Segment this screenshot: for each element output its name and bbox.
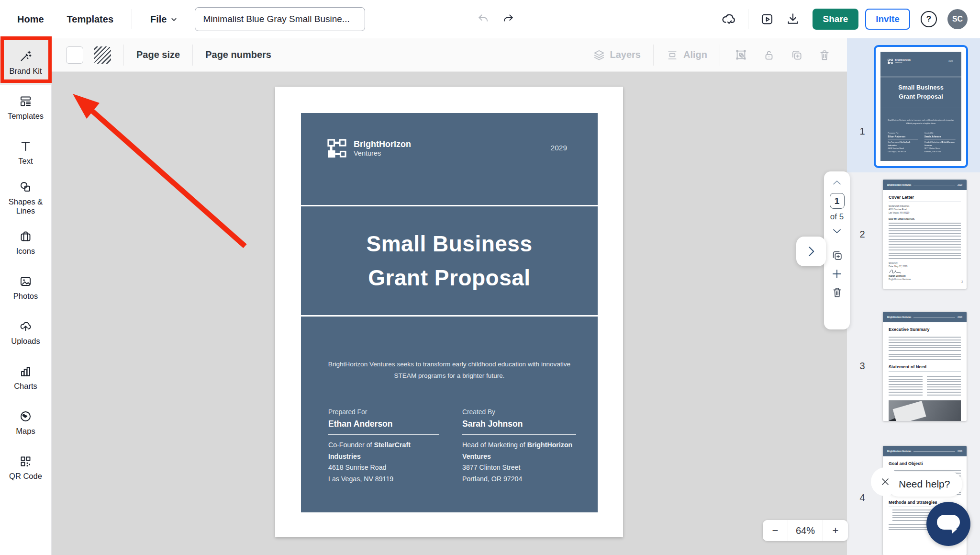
duplicate-button[interactable]: [789, 47, 805, 63]
sidebar-item-text[interactable]: Text: [0, 130, 51, 175]
question-mark-icon: ?: [926, 14, 931, 24]
page-count-label: of 5: [830, 212, 844, 222]
zoom-level[interactable]: 64%: [788, 520, 823, 541]
lock-button[interactable]: [761, 47, 777, 63]
page-down-button[interactable]: [831, 225, 843, 237]
sidebar-item-photos[interactable]: Photos: [0, 265, 51, 310]
cover-description: BrightHorizon Ventures seeks to transfor…: [319, 359, 580, 382]
cloud-check-icon: [721, 11, 736, 27]
duplicate-icon: [831, 249, 843, 261]
lock-open-icon: [763, 49, 775, 61]
add-page-button[interactable]: [831, 268, 843, 280]
sidebar-item-uploads[interactable]: Uploads: [0, 310, 51, 355]
photo-icon: [19, 275, 32, 288]
share-button[interactable]: Share: [813, 9, 858, 30]
dismiss-help-button[interactable]: [871, 467, 900, 496]
page-up-button[interactable]: [831, 177, 843, 189]
align-icon: [666, 49, 679, 61]
home-link[interactable]: Home: [17, 14, 44, 25]
zoom-in-button[interactable]: +: [823, 520, 848, 541]
sidebar-item-icons[interactable]: Icons: [0, 220, 51, 265]
duplicate-page-button[interactable]: [831, 249, 843, 261]
briefcase-icon: [19, 230, 32, 243]
sidebar-item-templates[interactable]: Templates: [0, 85, 51, 130]
zoom-out-button[interactable]: −: [763, 520, 788, 541]
redo-button[interactable]: [500, 11, 516, 27]
chat-bubble-icon: [936, 514, 960, 534]
group-selection-icon: [735, 48, 747, 61]
collapse-panel-button[interactable]: [796, 237, 826, 266]
page-color-swatch[interactable]: [66, 46, 83, 64]
sidebar-item-charts[interactable]: Charts: [0, 355, 51, 400]
cover-block[interactable]: BrightHorizon Ventures 2029 Small Busine…: [301, 113, 598, 512]
cloud-upload-icon: [19, 320, 32, 333]
page-number-label: 4: [857, 492, 868, 503]
signature-squiggle: [889, 268, 961, 274]
avatar[interactable]: SC: [947, 9, 968, 29]
sidebar-item-brand-kit[interactable]: Brand Kit: [0, 40, 51, 85]
page-number-label: 2: [857, 229, 868, 240]
undo-button[interactable]: [475, 11, 491, 27]
shapes-icon: [19, 181, 32, 193]
sidebar-item-maps[interactable]: Maps: [0, 400, 51, 445]
present-button[interactable]: [758, 10, 776, 28]
chevron-down-icon: [170, 16, 178, 23]
divider: [132, 9, 132, 29]
thumb-title: Cover Letter: [889, 195, 961, 202]
templates-icon: [19, 95, 32, 108]
left-sidebar: Brand Kit Templates Text Shapes & Lines …: [0, 38, 52, 555]
page-thumbnail-2[interactable]: BrightHorizon Ventures2029 Cover Letter …: [883, 180, 967, 289]
divider: [653, 45, 654, 66]
page-thumbnail-1[interactable]: BrightHorizon Ventures 2029 Small Busine…: [874, 45, 968, 168]
page-number-label: 1: [857, 126, 868, 137]
page-thumbnail-3[interactable]: BrightHorizon Ventures2029 Executive Sum…: [883, 312, 967, 421]
editor-toolbar: Page size Page numbers Layers Align: [52, 38, 847, 72]
brand-logo-icon: [888, 58, 893, 64]
page-size-button[interactable]: Page size: [136, 49, 180, 60]
align-button[interactable]: Align: [666, 49, 707, 61]
sidebar-item-qr-code[interactable]: QR Code: [0, 445, 51, 490]
thumb-title: Goal and Objecti: [889, 461, 961, 468]
page-pattern-swatch[interactable]: [94, 46, 111, 64]
download-button[interactable]: [784, 10, 802, 28]
sidebar-item-shapes-lines[interactable]: Shapes & Lines: [0, 175, 51, 220]
close-icon: [880, 476, 891, 487]
cover-body-section: BrightHorizon Ventures seeks to transfor…: [301, 359, 598, 552]
cloud-saved-button[interactable]: [719, 10, 738, 29]
text-icon: [19, 140, 32, 153]
delete-button[interactable]: [816, 47, 833, 63]
magic-wand-icon: [19, 50, 32, 63]
brand-sub: Ventures: [354, 149, 411, 158]
layers-icon: [593, 49, 605, 61]
file-menu-button[interactable]: File: [150, 14, 178, 25]
page-number-label: 3: [857, 361, 868, 372]
thumb-title: Statement of Need: [889, 364, 961, 372]
redo-icon: [502, 13, 514, 25]
layers-button[interactable]: Layers: [593, 49, 641, 61]
brand-name: BrightHorizon: [354, 139, 411, 149]
thumb-photo: [889, 400, 961, 421]
brand-logo-icon: [327, 138, 347, 159]
cover-title: Small Business Grant Proposal: [301, 206, 598, 317]
divider: [829, 243, 845, 243]
divider: [748, 9, 748, 29]
templates-link[interactable]: Templates: [67, 14, 113, 25]
trash-icon: [831, 286, 843, 298]
undo-icon: [477, 13, 490, 25]
page-numbers-button[interactable]: Page numbers: [205, 49, 271, 60]
delete-page-button[interactable]: [831, 286, 843, 298]
chevron-right-icon: [804, 245, 818, 258]
chat-widget-button[interactable]: [926, 502, 970, 546]
group-select-button[interactable]: [733, 46, 749, 63]
document-title-input[interactable]: [195, 7, 365, 31]
thumb-title: Executive Summary: [889, 327, 961, 334]
prepared-for-block: Prepared For Ethan Anderson Co-Founder o…: [328, 408, 439, 485]
divider: [123, 45, 124, 66]
invite-button[interactable]: Invite: [865, 9, 910, 30]
top-bar: Home Templates File Share Invite ? SC: [0, 0, 980, 38]
help-button[interactable]: ?: [921, 11, 937, 27]
current-page-indicator[interactable]: 1: [830, 193, 845, 209]
canvas-page[interactable]: BrightHorizon Ventures 2029 Small Busine…: [275, 87, 623, 537]
plus-icon: [831, 268, 843, 280]
cover-header-section: BrightHorizon Ventures 2029: [301, 113, 598, 206]
